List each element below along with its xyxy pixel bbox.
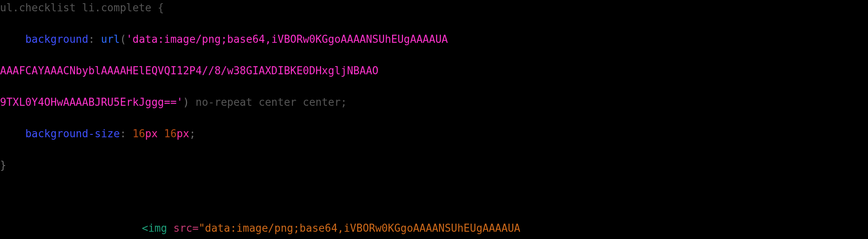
code-line: background: url('data:image/png;base64,i… (0, 31, 868, 47)
code-line: } (0, 157, 868, 173)
code-line: <img src="data:image/png;base64,iVBORw0K… (0, 220, 868, 236)
html-attr: src (173, 222, 192, 234)
css-close-brace: } (0, 159, 6, 171)
css-url-string: 9TXL0Y4OHwAAAABJRU5ErkJggg== (0, 96, 177, 108)
css-url-string: AAAFCAYAAACNbyblAAAAHElEQVQI12P4//8/w38G… (0, 65, 378, 77)
css-value-tail: no-repeat center center; (189, 96, 347, 108)
code-block: ul.checklist li.complete { background: u… (0, 0, 868, 239)
code-line: AAAFCAYAAACNbyblAAAAHElEQVQI12P4//8/w38G… (0, 63, 868, 79)
code-line: background-size: 16px 16px; (0, 126, 868, 142)
css-number: 16 (133, 128, 145, 140)
code-line: 9TXL0Y4OHwAAAABJRU5ErkJggg==') no-repeat… (0, 94, 868, 110)
css-url-fn: url (101, 33, 120, 45)
css-unit: px (177, 128, 189, 140)
html-tag-open: <img (142, 222, 167, 234)
css-property: background (25, 33, 89, 45)
css-property: background-size (25, 128, 120, 140)
code-line: ul.checklist li.complete { (0, 0, 868, 16)
html-attr-value: data:image/png;base64,iVBORw0KGgoAAAANSU… (205, 222, 521, 234)
css-selector: ul.checklist li.complete { (0, 2, 164, 14)
css-number: 16 (164, 128, 177, 140)
css-url-string: data:image/png;base64,iVBORw0KGgoAAAANSU… (133, 33, 448, 45)
css-unit: px (145, 128, 158, 140)
code-line-blank (0, 189, 868, 205)
